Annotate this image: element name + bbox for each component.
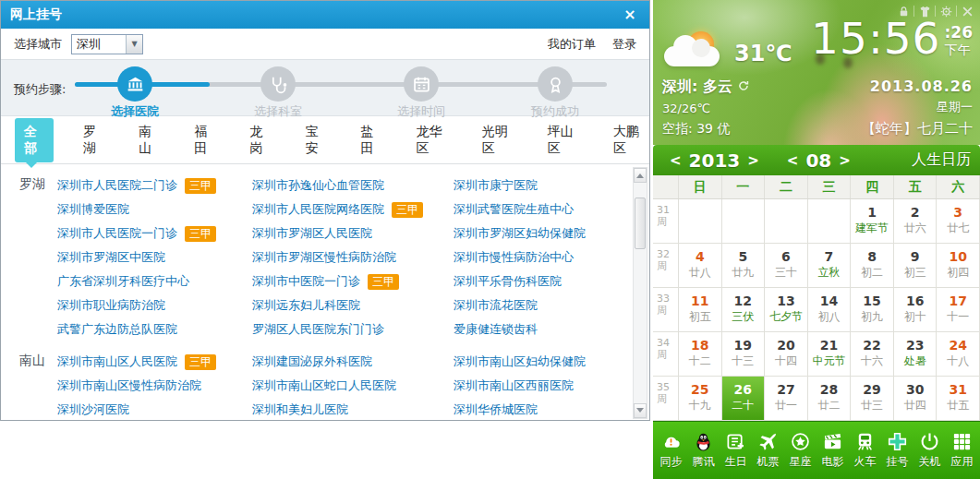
scrollbar-down-button[interactable] bbox=[634, 403, 647, 418]
day-cell[interactable]: 15初九 bbox=[851, 288, 894, 332]
tab-item[interactable]: 全部 bbox=[15, 118, 54, 162]
my-orders-link[interactable]: 我的订单 bbox=[548, 36, 596, 53]
hospital-link[interactable]: 深圳平乐骨伤科医院 bbox=[454, 273, 562, 290]
toolbar-item[interactable]: 火车 bbox=[850, 431, 880, 470]
day-cell[interactable]: 22十六 bbox=[851, 332, 894, 377]
hospital-link[interactable]: 爱康健连锁齿科 bbox=[454, 321, 538, 338]
tab-item[interactable]: 光明区 bbox=[477, 118, 518, 162]
toolbar-item[interactable]: 同步 bbox=[656, 431, 686, 470]
day-cell[interactable] bbox=[679, 199, 722, 244]
toolbar-item[interactable]: 挂号 bbox=[882, 431, 913, 470]
hospital-link[interactable]: 深圳市中医院一门诊 bbox=[252, 273, 360, 290]
hospital-link[interactable]: 深圳市罗湖区人民医院 bbox=[252, 225, 372, 242]
hospital-link[interactable]: 深圳市职业病防治院 bbox=[57, 297, 165, 314]
hospital-link[interactable]: 深圳市南山区慢性病防治院 bbox=[57, 377, 201, 394]
list-scrollbar[interactable] bbox=[633, 167, 647, 419]
hospital-link[interactable]: 深圳市罗湖区慢性病防治院 bbox=[252, 249, 396, 266]
hospital-link[interactable]: 深圳市人民医院一门诊 bbox=[57, 225, 177, 242]
hospital-link[interactable]: 深圳市罗湖区妇幼保健院 bbox=[454, 225, 586, 242]
day-cell[interactable]: 4廿八 bbox=[679, 244, 722, 288]
toolbar-item[interactable]: 电影 bbox=[817, 431, 848, 470]
day-cell[interactable]: 6三十 bbox=[765, 244, 808, 288]
tab-item[interactable]: 盐田 bbox=[355, 118, 386, 162]
hospital-link[interactable]: 深圳华侨城医院 bbox=[454, 401, 538, 418]
day-cell[interactable]: 18十二 bbox=[679, 332, 722, 377]
day-cell[interactable]: 16初十 bbox=[894, 288, 938, 332]
refresh-icon[interactable] bbox=[737, 78, 750, 96]
toolbar-item[interactable]: 应用 bbox=[947, 431, 977, 470]
prev-year-button[interactable]: < bbox=[662, 152, 689, 169]
day-cell[interactable]: 12三伏 bbox=[722, 288, 766, 332]
hospital-link[interactable]: 深圳市罗湖区中医院 bbox=[57, 249, 165, 266]
day-cell[interactable]: 9初三 bbox=[894, 244, 938, 288]
hospital-link[interactable]: 深圳武警医院生殖中心 bbox=[454, 201, 574, 218]
city-select[interactable]: 深圳 ▼ bbox=[71, 34, 143, 54]
dropdown-arrow-icon[interactable]: ▼ bbox=[126, 35, 142, 54]
hospital-link[interactable]: 深圳市人民医院网络医院 bbox=[252, 201, 384, 218]
day-cell[interactable]: 17十一 bbox=[937, 288, 980, 332]
day-cell[interactable]: 5廿九 bbox=[722, 244, 766, 288]
window-titlebar[interactable]: 网上挂号 × bbox=[1, 1, 649, 29]
day-cell[interactable]: 29廿三 bbox=[851, 377, 894, 421]
hospital-link[interactable]: 深圳市流花医院 bbox=[454, 297, 538, 314]
hospital-link[interactable]: 深圳市南山区蛇口人民医院 bbox=[252, 377, 396, 394]
day-cell[interactable]: 19十三 bbox=[722, 332, 766, 377]
day-cell[interactable]: 24十八 bbox=[937, 332, 980, 377]
day-cell[interactable]: 14初八 bbox=[808, 288, 852, 332]
tab-item[interactable]: 福田 bbox=[188, 118, 220, 162]
hospital-link[interactable]: 深圳和美妇儿医院 bbox=[252, 401, 348, 418]
day-cell[interactable]: 21中元节 bbox=[808, 332, 852, 377]
day-cell[interactable]: 30廿四 bbox=[894, 377, 938, 421]
day-cell[interactable]: 25十九 bbox=[679, 377, 722, 421]
day-cell[interactable]: 1建军节 bbox=[851, 199, 894, 244]
day-cell[interactable]: 20十四 bbox=[765, 332, 808, 377]
day-cell[interactable] bbox=[722, 199, 766, 244]
next-year-button[interactable]: > bbox=[740, 152, 767, 169]
day-cell[interactable] bbox=[808, 199, 852, 244]
tab-item[interactable]: 南山 bbox=[133, 118, 164, 162]
tab-item[interactable]: 龙岗 bbox=[244, 118, 275, 162]
day-cell[interactable]: 3廿七 bbox=[937, 199, 980, 244]
toolbar-item[interactable]: 生日 bbox=[720, 431, 751, 470]
toolbar-item[interactable]: 腾讯 bbox=[688, 431, 719, 470]
toolbar-item[interactable]: 星座 bbox=[785, 431, 816, 470]
hospital-link[interactable]: 深圳远东妇儿科医院 bbox=[252, 297, 360, 314]
day-cell[interactable]: 11初五 bbox=[679, 288, 722, 332]
hospital-link[interactable]: 深圳市南山区妇幼保健院 bbox=[454, 353, 586, 370]
hospital-link[interactable]: 罗湖区人民医院东门门诊 bbox=[252, 321, 384, 338]
day-cell[interactable]: 13七夕节 bbox=[765, 288, 808, 332]
hospital-link[interactable]: 深圳市慢性病防治中心 bbox=[454, 249, 574, 266]
hospital-link[interactable]: 深圳建国泌尿外科医院 bbox=[252, 353, 372, 370]
toolbar-item[interactable]: 关机 bbox=[914, 431, 945, 470]
tab-item[interactable]: 坪山区 bbox=[542, 118, 584, 162]
hospital-link[interactable]: 深圳市人民医院二门诊 bbox=[57, 177, 177, 194]
day-cell[interactable]: 23处暑 bbox=[894, 332, 938, 377]
hospital-link[interactable]: 深圳市南山区西丽医院 bbox=[454, 377, 574, 394]
tab-item[interactable]: 罗湖 bbox=[78, 118, 109, 162]
scrollbar-up-button[interactable] bbox=[634, 168, 647, 183]
hospital-link[interactable]: 深圳博爱医院 bbox=[57, 201, 129, 218]
day-cell[interactable]: 31廿五 bbox=[937, 377, 980, 421]
day-cell[interactable]: 2廿六 bbox=[894, 199, 938, 244]
hospital-link[interactable]: 深圳市南山区人民医院 bbox=[57, 353, 177, 370]
day-cell[interactable]: 10初四 bbox=[937, 244, 980, 288]
day-cell[interactable] bbox=[765, 199, 808, 244]
close-button[interactable]: × bbox=[620, 5, 640, 25]
scrollbar-thumb[interactable] bbox=[635, 198, 646, 249]
hospital-link[interactable]: 深圳市康宁医院 bbox=[454, 177, 538, 194]
hospital-link[interactable]: 深圳沙河医院 bbox=[57, 401, 129, 418]
tab-item[interactable]: 龙华区 bbox=[411, 118, 453, 162]
day-cell[interactable]: 8初二 bbox=[851, 244, 894, 288]
hospital-link[interactable]: 广东省深圳牙科医疗中心 bbox=[57, 273, 189, 290]
prev-month-button[interactable]: < bbox=[780, 152, 806, 169]
next-month-button[interactable]: > bbox=[831, 152, 858, 169]
day-cell[interactable]: 27廿一 bbox=[765, 377, 808, 421]
day-cell[interactable]: 7立秋 bbox=[808, 244, 852, 288]
hospital-link[interactable]: 武警广东边防总队医院 bbox=[57, 321, 177, 338]
day-cell[interactable]: 26二十 bbox=[722, 377, 766, 421]
tab-item[interactable]: 大鹏区 bbox=[608, 118, 649, 162]
login-link[interactable]: 登录 bbox=[612, 36, 636, 53]
toolbar-item[interactable]: 机票 bbox=[753, 431, 783, 470]
day-cell[interactable]: 28廿二 bbox=[808, 377, 852, 421]
tab-item[interactable]: 宝安 bbox=[299, 118, 331, 162]
